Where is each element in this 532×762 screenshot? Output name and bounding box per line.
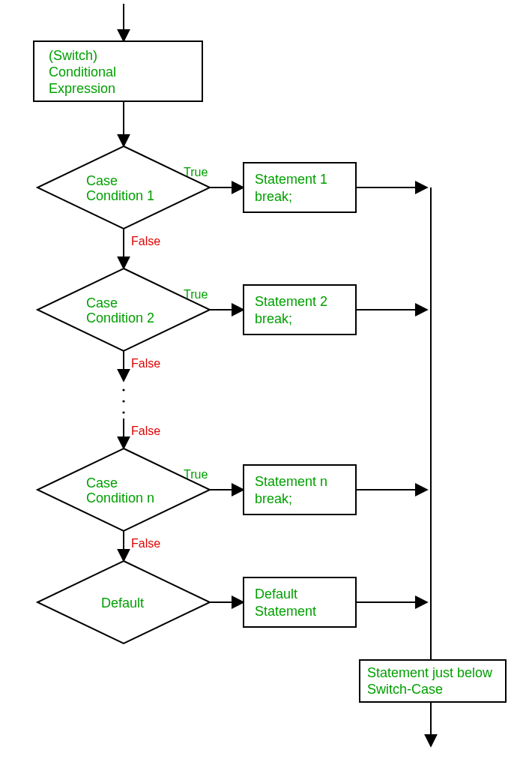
ellipsis-dot [122,411,124,413]
default-stmt-text-1: Default [255,586,297,602]
exit-text-1: Statement just below [367,665,493,680]
default-statement-box [244,578,356,627]
switch-expression-text-1: (Switch) [49,48,97,63]
case-1-cond-1: Case [86,173,118,188]
statement-2-text-2: break; [255,311,292,326]
label-false-2: False [131,357,160,370]
ellipsis-dot [122,400,124,402]
exit-text-2: Switch-Case [367,682,443,697]
case-n-cond-1: Case [86,476,118,490]
statement-2-text-1: Statement 2 [255,294,327,309]
case-2-cond-1: Case [86,296,118,310]
label-true-1: True [184,166,208,178]
statement-n-text-2: break; [255,491,292,506]
case-n-diamond [37,448,210,531]
statement-n-text-1: Statement n [255,474,327,489]
default-cond: Default [101,596,144,610]
statement-1-text-2: break; [255,189,292,204]
label-true-n: True [184,468,208,481]
statement-n-box [244,465,356,514]
case-1-diamond [37,146,210,229]
ellipsis-dot [122,388,124,391]
switch-expression-text-3: Expression [49,81,115,96]
case-1-cond-2: Condition 1 [86,188,154,203]
case-2-diamond [37,268,210,351]
case-n-cond-2: Condition n [86,490,154,506]
default-stmt-text-2: Statement [255,604,316,619]
statement-1-text-1: Statement 1 [255,172,327,187]
case-2-cond-2: Condition 2 [86,310,154,326]
statement-1-box [244,163,356,212]
switch-case-flowchart: (Switch) Conditional Expression Case Con… [0,0,532,762]
label-false-n: False [131,537,160,550]
label-false-1: False [131,235,160,248]
label-true-2: True [184,288,208,301]
statement-2-box [244,285,356,334]
label-false-dots: False [131,424,160,437]
switch-expression-text-2: Conditional [49,64,116,80]
